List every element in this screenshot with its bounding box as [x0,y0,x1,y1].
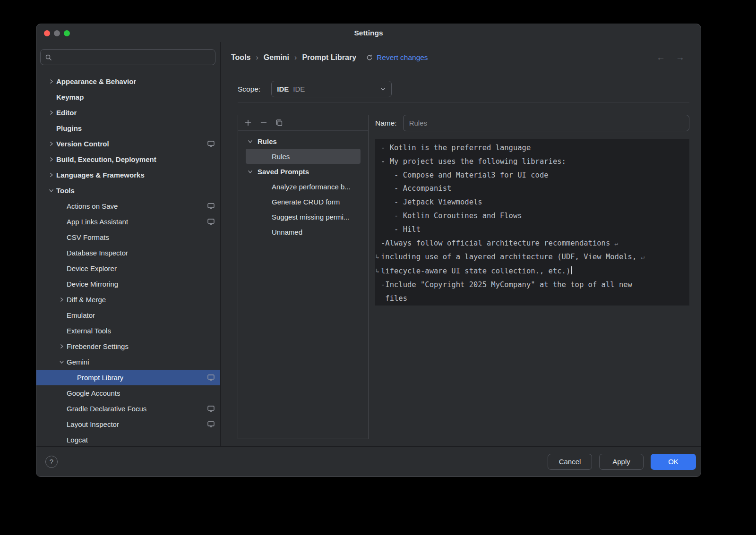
prompt-label: Suggest missing permi... [272,213,349,221]
sidebar-item-prompt-library[interactable]: Prompt Library [36,370,220,385]
sidebar-item-gemini[interactable]: Gemini [36,354,220,370]
soft-wrap-end-icon: ↵ [641,254,645,261]
sidebar-item-label: Emulator [67,311,95,319]
breadcrumb-item-gemini[interactable]: Gemini [264,53,289,62]
zoom-button[interactable] [64,30,70,36]
sidebar-item-build-execution-deployment[interactable]: Build, Execution, Deployment [36,152,220,167]
search-icon [45,54,52,61]
scope-dropdown[interactable]: IDE IDE [271,81,392,97]
chevron-down-icon[interactable] [56,359,67,365]
close-button[interactable] [44,30,50,36]
chevron-down-icon[interactable] [248,137,253,145]
settings-content: Tools›Gemini›Prompt Library Revert chang… [221,42,701,446]
sidebar-item-device-explorer[interactable]: Device Explorer [36,261,220,276]
remove-prompt-button[interactable] [260,119,267,127]
ok-button[interactable]: OK [651,454,696,470]
sidebar-item-label: Firebender Settings [67,342,129,350]
copy-prompt-button[interactable] [275,119,283,127]
chevron-right-icon[interactable] [46,79,56,84]
prompt-item-rules[interactable]: Rules [246,149,361,164]
sidebar-item-appearance-behavior[interactable]: Appearance & Behavior [36,74,220,89]
chevron-right-icon[interactable] [46,110,56,115]
editor-line: - Jetpack Viewmodels [381,195,684,209]
prompt-toolbar [238,115,368,131]
ide-scope-icon [207,203,215,209]
chevron-down-icon [380,86,386,92]
sidebar-item-firebender-settings[interactable]: Firebender Settings [36,339,220,354]
settings-search[interactable] [40,49,215,65]
revert-changes: Revert changes [366,53,428,62]
chevron-down-icon[interactable] [248,168,253,176]
prompt-item-unnamed[interactable]: Unnamed [246,224,361,239]
back-arrow-button[interactable]: ← [656,52,665,63]
sidebar-item-diff-merge[interactable]: Diff & Merge [36,292,220,307]
breadcrumb-row: Tools›Gemini›Prompt Library Revert chang… [221,42,701,68]
apply-button[interactable]: Apply [599,454,644,470]
cancel-button[interactable]: Cancel [548,454,592,470]
search-input[interactable] [55,53,211,61]
soft-wrap-start-icon: ↳ [376,250,379,264]
editor-line: - Accompanist [381,182,684,195]
ide-scope-icon [207,141,215,147]
breadcrumb-item-tools[interactable]: Tools [231,53,250,62]
prompt-item-analyze-performance-b[interactable]: Analyze performance b... [246,179,361,194]
sidebar-item-languages-frameworks[interactable]: Languages & Frameworks [36,167,220,183]
sidebar-item-emulator[interactable]: Emulator [36,307,220,323]
sidebar-item-editor[interactable]: Editor [36,105,220,120]
prompt-group-rules[interactable]: Rules [238,134,368,149]
ide-scope-icon [207,421,215,427]
sidebar-item-database-inspector[interactable]: Database Inspector [36,245,220,261]
titlebar: Settings [36,24,701,42]
editor-line: - My project uses the following librarie… [381,155,684,169]
add-prompt-button[interactable] [244,119,252,127]
sidebar-item-version-control[interactable]: Version Control [36,136,220,152]
chevron-right-icon[interactable] [46,141,56,146]
chevron-right-icon[interactable] [46,172,56,178]
editor-line: files [381,292,684,306]
chevron-right-icon[interactable] [56,344,67,349]
prompt-item-suggest-missing-permi[interactable]: Suggest missing permi... [246,209,361,224]
sidebar-item-label: Gemini [67,358,89,366]
revert-changes-link[interactable]: Revert changes [377,53,428,62]
sidebar-item-device-mirroring[interactable]: Device Mirroring [36,276,220,292]
sidebar-item-label: Device Explorer [67,264,117,272]
sidebar-item-label: Device Mirroring [67,280,118,288]
prompt-label: Rules [258,137,277,145]
scope-value: IDE [293,85,305,93]
sidebar-item-external-tools[interactable]: External Tools [36,323,220,339]
sidebar-item-actions-on-save[interactable]: Actions on Save [36,198,220,214]
help-button[interactable]: ? [45,456,58,468]
sidebar-item-label: Diff & Merge [67,296,106,304]
sidebar-item-label: App Links Assistant [67,218,128,226]
prompt-editor[interactable]: - Kotlin is the preferred language- My p… [375,139,689,306]
prompt-item-generate-crud-form[interactable]: Generate CRUD form [246,194,361,209]
sidebar-item-label: Tools [56,187,75,195]
settings-window: Settings Appearance & BehaviorKeymapEdit… [36,24,701,477]
sidebar-item-logcat[interactable]: Logcat [36,432,220,446]
chevron-right-icon[interactable] [56,297,67,302]
editor-line-text: files [381,294,407,303]
prompt-group-saved-prompts[interactable]: Saved Prompts [238,164,368,179]
sidebar-item-app-links-assistant[interactable]: App Links Assistant [36,214,220,229]
sidebar-item-keymap[interactable]: Keymap [36,89,220,105]
window-title: Settings [354,29,383,37]
sidebar-item-csv-formats[interactable]: CSV Formats [36,229,220,245]
sidebar-item-label: Build, Execution, Deployment [56,155,156,163]
prompt-name-row: Name: [375,115,689,131]
breadcrumb-item-prompt-library[interactable]: Prompt Library [302,53,356,62]
minimize-button[interactable] [54,30,60,36]
sidebar-item-plugins[interactable]: Plugins [36,120,220,136]
ide-scope-icon [207,374,215,381]
forward-arrow-button[interactable]: → [676,52,685,63]
sidebar-item-layout-inspector[interactable]: Layout Inspector [36,416,220,432]
prompt-name-input[interactable] [403,115,689,131]
editor-line: ↳including use of a layered architecture… [381,250,684,264]
chevron-down-icon[interactable] [46,188,56,193]
dialog-footer: ? Cancel Apply OK [36,446,701,476]
sidebar-item-google-accounts[interactable]: Google Accounts [36,385,220,401]
sidebar-item-tools[interactable]: Tools [36,183,220,198]
chevron-right-icon[interactable] [46,157,56,162]
sidebar-item-gradle-declarative-focus[interactable]: Gradle Declarative Focus [36,401,220,416]
prompt-label: Unnamed [272,228,302,236]
editor-line: - Kotlin Coroutines and Flows [381,209,684,223]
